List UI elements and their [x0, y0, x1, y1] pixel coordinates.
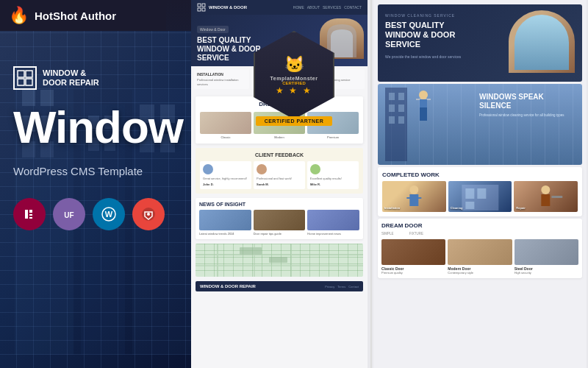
right-hero-text: WINDOW CLEANING SERVICE BEST QUALITYWIND…	[378, 4, 495, 68]
nav-logo-text: WINDOW & DOOR	[209, 5, 247, 10]
elementor-icon	[22, 207, 37, 222]
window-inner	[514, 15, 569, 70]
window-icon	[17, 70, 33, 86]
svg-rect-54	[409, 194, 418, 206]
footer-strip: WINDOW & DOOR REPAIR Privacy Terms Conta…	[196, 281, 363, 291]
ddr-col-2: Modern Door Contemporary style	[448, 239, 512, 275]
rh-small-text: WINDOW CLEANING SERVICE	[385, 13, 488, 18]
footer-link-2: Terms	[337, 285, 345, 289]
svg-rect-39	[240, 247, 262, 255]
svg-rect-56	[417, 197, 421, 199]
tm-partner-banner: CERTIFIED PARTNER	[256, 116, 333, 126]
svg-rect-40	[269, 257, 287, 263]
hotshot-icon: 🔥	[9, 6, 29, 25]
svg-rect-31	[202, 4, 205, 7]
svg-point-49	[419, 91, 428, 99]
footer-link-3: Contact	[348, 285, 359, 289]
svg-rect-45	[398, 105, 404, 112]
feedback-name-2: Sarah M.	[257, 183, 302, 186]
svg-rect-30	[198, 4, 201, 7]
window-cleaner-panel: WINDOWS SPEAK SILENCE Professional windo…	[378, 84, 582, 165]
ddr-subtitle: SIMPLE FIXTURE	[381, 232, 578, 236]
cw-label-3: Repair	[516, 206, 576, 210]
svg-rect-62	[542, 194, 551, 206]
nav-link-4: CONTACT	[344, 5, 362, 10]
brand-logo-area: WINDOW & DOOR REPAIR Window WordPress CM…	[13, 66, 183, 230]
avatar-2	[257, 164, 267, 174]
tech-icons-row: UF W	[13, 198, 183, 230]
column-separator	[370, 0, 372, 368]
svg-rect-42	[389, 93, 395, 100]
service-text-1: Professional window installation service…	[197, 78, 246, 86]
news-image-3	[307, 210, 359, 230]
svg-rect-33	[202, 8, 205, 11]
right-hero-panel: WINDOW CLEANING SERVICE BEST QUALITYWIND…	[378, 4, 582, 82]
dream-door-right-section: Dream Door SIMPLE FIXTURE Classic Door P…	[378, 219, 582, 278]
svg-rect-17	[18, 71, 24, 77]
door-label-2: Modern	[254, 135, 305, 139]
service-item-1: INSTALLATION Professional window install…	[194, 69, 249, 89]
svg-rect-32	[198, 8, 201, 11]
ddr-item-sub-1: Premium quality	[381, 271, 445, 275]
feedback-card-2: Professional and fast work! Sarah M.	[254, 161, 305, 189]
svg-rect-59	[477, 188, 486, 199]
subtitle: WordPress CMS Template	[13, 165, 183, 177]
footer-logo: WINDOW & DOOR REPAIR	[200, 284, 256, 289]
tm-hexagon: 🐱 TemplateMonster CERTIFIED ★ ★ ★	[254, 31, 334, 119]
svg-rect-21	[25, 210, 28, 219]
preview-right-column: WINDOW CLEANING SERVICE BEST QUALITYWIND…	[373, 0, 587, 368]
rh-desc: We provide the best window and door serv…	[385, 54, 488, 60]
svg-rect-63	[552, 196, 563, 198]
quix-icon	[140, 206, 157, 222]
ddr-item-sub-3: High security	[514, 271, 578, 275]
templatemonster-badge: 🐱 TemplateMonster CERTIFIED ★ ★ ★ CERTIF…	[254, 31, 334, 126]
logo-icon	[13, 66, 37, 90]
feedback-title: CLIENT FEEDBACK	[200, 152, 359, 158]
uef-icon: UF	[62, 207, 76, 222]
nav-link-2: ABOUT	[307, 5, 320, 10]
nav-links: HOME ABOUT SERVICES CONTACT	[293, 5, 362, 10]
feedback-card-1: Great service, highly recommend! John D.	[200, 161, 251, 189]
svg-rect-44	[389, 105, 395, 112]
news-title: NEWS OF INSIGHT	[199, 202, 359, 207]
news-item-2: Door repair tips guide	[254, 210, 306, 236]
svg-rect-46	[389, 116, 395, 124]
ddr-col-1: Classic Door Premium quality	[381, 239, 445, 275]
cw-grid: Installation Cleaning	[382, 181, 578, 212]
ddr-item-sub-2: Contemporary style	[448, 271, 512, 275]
map-section	[196, 244, 363, 277]
svg-rect-23	[29, 214, 32, 216]
logo-text: WINDOW & DOOR REPAIR	[43, 68, 99, 88]
wcp-desc: Professional window cleaning service for…	[479, 113, 575, 118]
logo-box: WINDOW & DOOR REPAIR	[13, 66, 183, 90]
feedback-name-1: John D.	[203, 183, 248, 186]
cw-item-1: Installation	[382, 181, 446, 212]
ddr-items-row: Classic Door Premium quality Modern Door…	[381, 239, 578, 275]
news-image-1	[199, 210, 251, 230]
news-text-2: Door repair tips guide	[254, 232, 306, 236]
door-label-3: Premium	[307, 135, 359, 139]
svg-text:W: W	[105, 210, 113, 219]
nav-link-3: SERVICES	[323, 5, 341, 10]
mockup-nav: WINDOW & DOOR HOME ABOUT SERVICES CONTAC…	[191, 0, 368, 15]
ddr-img-2	[448, 239, 512, 265]
cw-item-2: Cleaning	[448, 181, 512, 212]
header-bar: 🔥 HotShot Author	[0, 0, 166, 31]
hero-content: Window & Door BEST QUALITYWINDOW & DOORS…	[197, 21, 261, 63]
header-title: HotShot Author	[35, 10, 116, 22]
ddr-title: Dream Door	[381, 222, 578, 229]
wordpress-badge: W	[93, 198, 125, 230]
cw-label-2: Cleaning	[451, 206, 510, 210]
svg-rect-51	[420, 107, 427, 121]
feedback-section: CLIENT FEEDBACK Great service, highly re…	[196, 148, 363, 194]
svg-rect-19	[18, 79, 24, 85]
feedback-name-3: Mike R.	[310, 183, 356, 186]
svg-rect-24	[29, 217, 32, 219]
svg-point-61	[542, 185, 551, 194]
hero-badge: Window & Door	[197, 26, 229, 33]
news-section: NEWS OF INSIGHT Latest window trends 202…	[196, 198, 363, 240]
nav-window-icon	[197, 3, 206, 12]
hero-h1: BEST QUALITYWINDOW & DOORSERVICE	[197, 36, 261, 63]
completed-work-section: COMPLETED WORK Installation	[378, 167, 582, 216]
news-item-3: Home improvement news	[307, 210, 359, 236]
